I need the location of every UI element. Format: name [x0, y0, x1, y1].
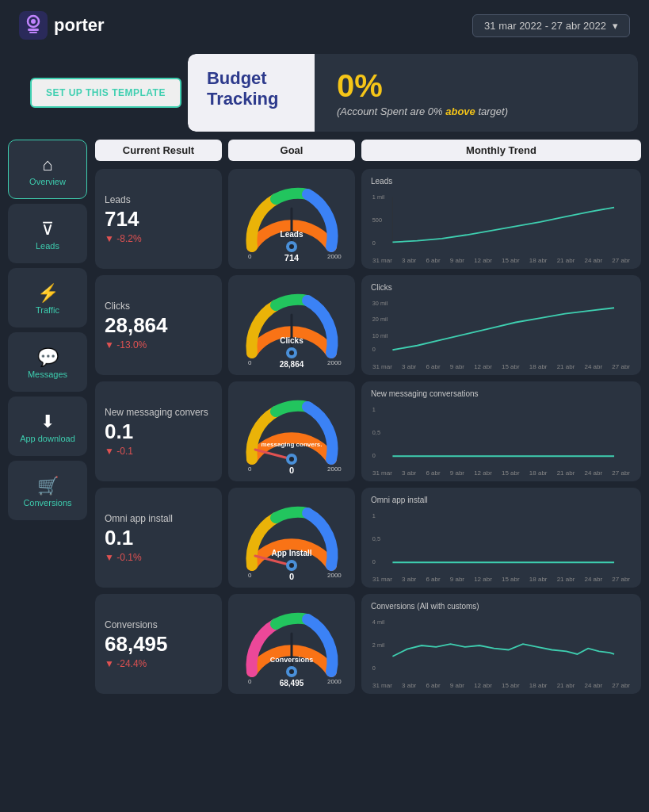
svg-text:2000: 2000: [327, 359, 342, 366]
row-conversions: Conversions 68,495 ▼ -24.4% Conversions …: [95, 594, 641, 694]
current-result-clicks: Clicks 28,864 ▼ -13.0%: [95, 275, 222, 375]
sidebar-item-conversions[interactable]: 🛒 Conversions: [8, 461, 87, 520]
setup-template-button[interactable]: SET UP THIS TEMPLATE: [30, 78, 181, 108]
sidebar-label-overview: Overview: [29, 177, 66, 186]
clicks-label: Clicks: [105, 301, 212, 312]
gauge-messaging: messaging convers. 0 2000 0: [236, 388, 347, 475]
trend-label-messaging: New messaging conversations: [371, 389, 632, 398]
sidebar: ⌂ Overview ⊽ Leads ⚡ Traffic 💬 Messages …: [8, 140, 87, 694]
x-axis-messaging: 31 mar3 abr6 abr9 abr12 abr15 abr18 abr2…: [371, 469, 632, 477]
svg-text:4 mil: 4 mil: [372, 619, 385, 626]
trend-messaging: New messaging conversations 1 0,5 0 31 m…: [361, 381, 641, 481]
conversions-icon: 🛒: [37, 477, 59, 495]
sidebar-item-leads[interactable]: ⊽ Leads: [8, 204, 87, 263]
svg-text:messaging convers.: messaging convers.: [262, 441, 323, 448]
date-range-label: 31 mar 2022 - 27 abr 2022: [484, 20, 606, 32]
budget-value-box: 0% (Account Spent are 0% above target): [315, 54, 638, 132]
svg-text:0: 0: [248, 465, 252, 473]
svg-text:2000: 2000: [327, 253, 342, 260]
budget-title-box: Budget Tracking: [188, 54, 315, 132]
budget-title: Budget Tracking: [207, 68, 296, 110]
svg-point-7: [289, 244, 294, 249]
app-download-icon: ⬇: [40, 413, 55, 431]
funnel-icon: ⊽: [41, 220, 54, 238]
sidebar-label-traffic: Traffic: [36, 305, 59, 315]
svg-text:0: 0: [372, 346, 376, 353]
date-range-button[interactable]: 31 mar 2022 - 27 abr 2022 ▾: [472, 14, 630, 37]
svg-point-49: [289, 669, 294, 674]
row-app-install: Omni app install 0.1 ▼ -0.1% App Install…: [95, 488, 641, 588]
app-install-change: ▼ -0.1%: [105, 552, 212, 563]
sidebar-item-app-download[interactable]: ⬇ App download: [8, 396, 87, 456]
svg-rect-3: [28, 29, 39, 31]
content-area: Current Result Goal Monthly Trend Leads …: [95, 140, 641, 694]
svg-text:2000: 2000: [327, 465, 342, 473]
sidebar-label-leads: Leads: [36, 241, 59, 251]
svg-text:10 mil: 10 mil: [372, 332, 388, 339]
logo-text: porter: [54, 15, 105, 36]
budget-percent: 0%: [337, 68, 616, 104]
chevron-down-icon: ▾: [613, 20, 618, 32]
x-axis-leads: 31 mar3 abr6 abr9 abr12 abr15 abr18 abr2…: [371, 257, 632, 264]
trend-conversions: Conversions (All with customs) 4 mil 2 m…: [361, 594, 641, 694]
svg-text:0: 0: [248, 253, 252, 260]
trend-chart-messaging: 1 0,5 0: [371, 401, 632, 465]
svg-text:2000: 2000: [327, 678, 342, 685]
trend-chart-conversions: 4 mil 2 mil 0: [371, 614, 632, 677]
svg-text:App Install: App Install: [271, 549, 311, 557]
col-header-goal: Goal: [228, 140, 355, 161]
svg-text:Leads: Leads: [281, 230, 304, 239]
conversions-change: ▼ -24.4%: [105, 658, 212, 669]
svg-point-29: [289, 457, 294, 462]
sidebar-label-app-download: App download: [20, 434, 75, 443]
svg-text:0: 0: [289, 572, 294, 581]
porter-logo-icon: [19, 11, 48, 40]
main-layout: ⌂ Overview ⊽ Leads ⚡ Traffic 💬 Messages …: [0, 140, 649, 710]
sidebar-label-conversions: Conversions: [23, 498, 71, 508]
conversions-label: Conversions: [105, 619, 212, 630]
svg-text:1 mil: 1 mil: [372, 193, 385, 201]
clicks-value: 28,864: [105, 313, 212, 338]
svg-text:28,864: 28,864: [280, 360, 304, 369]
trend-chart-app-install: 1 0,5 0: [371, 508, 632, 571]
sidebar-item-overview[interactable]: ⌂ Overview: [8, 140, 87, 199]
trend-leads: Leads 1 mil 500 0 31 mar3 abr6 abr9 abr1…: [361, 169, 641, 269]
svg-text:30 mil: 30 mil: [372, 300, 388, 307]
x-axis-clicks: 31 mar3 abr6 abr9 abr12 abr15 abr18 abr2…: [371, 363, 632, 370]
svg-text:0,5: 0,5: [372, 535, 380, 542]
trend-label-app-install: Omni app install: [371, 496, 632, 504]
current-result-leads: Leads 714 ▼ -8.2%: [95, 169, 222, 269]
svg-text:0: 0: [372, 558, 376, 565]
sidebar-item-messages[interactable]: 💬 Messages: [8, 332, 87, 392]
leads-label: Leads: [105, 194, 212, 205]
row-clicks: Clicks 28,864 ▼ -13.0% Clicks 0 2000 28,…: [95, 275, 641, 375]
sidebar-label-messages: Messages: [28, 370, 67, 379]
x-axis-conversions: 31 mar3 abr6 abr9 abr12 abr15 abr18 abr2…: [371, 682, 632, 689]
svg-text:20 mil: 20 mil: [372, 316, 388, 323]
leads-value: 714: [105, 207, 212, 232]
svg-text:0,5: 0,5: [372, 429, 380, 436]
goal-messaging: messaging convers. 0 2000 0: [228, 381, 355, 481]
svg-text:0: 0: [289, 465, 294, 475]
goal-clicks: Clicks 0 2000 28,864: [228, 275, 355, 375]
gauge-conversions: Conversions 0 2000 68,495: [236, 600, 347, 688]
messages-icon: 💬: [37, 349, 59, 366]
sidebar-item-traffic[interactable]: ⚡ Traffic: [8, 268, 87, 327]
svg-text:1: 1: [372, 406, 376, 413]
svg-text:0: 0: [372, 239, 376, 247]
column-headers: Current Result Goal Monthly Trend: [95, 140, 641, 161]
header: porter 31 mar 2022 - 27 abr 2022 ▾: [0, 0, 649, 51]
messaging-change: ▼ -0.1: [105, 446, 212, 457]
x-axis-app-install: 31 mar3 abr6 abr9 abr12 abr15 abr18 abr2…: [371, 576, 632, 583]
svg-text:68,495: 68,495: [280, 679, 304, 688]
traffic-icon: ⚡: [37, 285, 59, 302]
app-install-value: 0.1: [105, 526, 212, 550]
messaging-label: New messaging convers: [105, 407, 212, 418]
current-result-messaging: New messaging convers 0.1 ▼ -0.1: [95, 381, 222, 481]
svg-text:0: 0: [248, 572, 252, 579]
svg-text:2 mil: 2 mil: [372, 642, 385, 649]
col-header-monthly-trend: Monthly Trend: [361, 140, 641, 161]
svg-text:Clicks: Clicks: [280, 336, 304, 345]
svg-point-39: [289, 563, 294, 568]
leads-change: ▼ -8.2%: [105, 233, 212, 244]
